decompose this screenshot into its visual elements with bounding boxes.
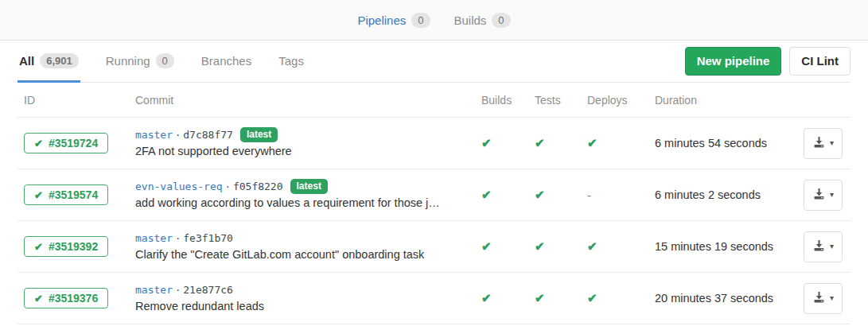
download-icon xyxy=(812,188,826,203)
duration-value: 6 minutes 54 seconds xyxy=(655,137,767,149)
tests-status[interactable]: ✔ xyxy=(535,136,545,149)
header-id: ID xyxy=(18,83,135,117)
pipelines-table-body: ✔ #3519724 master · d7c88f77 latest 2FA … xyxy=(18,118,850,324)
pipeline-row: ✔ #3519724 master · d7c88f77 latest 2FA … xyxy=(18,118,850,169)
download-icon xyxy=(812,136,826,151)
pipelines-page: All 6,901 Running 0 Branches Tags New pi… xyxy=(0,41,868,324)
deploys-status[interactable]: ✔ xyxy=(587,136,597,149)
branch-link[interactable]: master xyxy=(135,230,173,246)
pipeline-id: #3519376 xyxy=(49,292,98,305)
tab-running-label: Running xyxy=(106,54,150,68)
commit-separator: · xyxy=(226,178,230,195)
tab-branches[interactable]: Branches xyxy=(200,41,253,83)
tab-all[interactable]: All 6,901 xyxy=(18,41,80,83)
pipeline-status-badge[interactable]: ✔ #3519724 xyxy=(24,133,108,153)
commit-sha-link[interactable]: fe3f1b70 xyxy=(183,230,233,246)
top-nav-pipelines-label: Pipelines xyxy=(357,14,406,27)
commit-separator: · xyxy=(176,126,180,143)
pipelines-table: ID Commit Builds Tests Deploys Duration … xyxy=(18,83,850,324)
new-pipeline-button[interactable]: New pipeline xyxy=(685,47,782,76)
header-deploys: Deploys xyxy=(579,83,647,117)
pipeline-row: ✔ #3519392 master · fe3f1b70 Clarify the… xyxy=(18,221,850,273)
header-tests: Tests xyxy=(527,83,579,117)
tab-all-count-badge: 6,901 xyxy=(40,53,79,68)
tab-all-label: All xyxy=(19,54,34,68)
header-commit: Commit xyxy=(135,83,473,117)
pipeline-row: ✔ #3519574 evn-values-req · f05f8220 lat… xyxy=(18,169,850,221)
download-icon xyxy=(812,239,826,254)
pipeline-actions: New pipeline CI Lint xyxy=(685,41,850,82)
caret-down-icon: ▾ xyxy=(830,243,834,250)
builds-status[interactable]: ✔ xyxy=(481,136,492,149)
top-nav-pipelines[interactable]: Pipelines 0 xyxy=(357,13,430,28)
latest-badge: latest xyxy=(240,127,278,142)
passed-check-icon: ✔ xyxy=(34,241,43,253)
builds-status[interactable]: ✔ xyxy=(481,188,492,201)
pipeline-row: ✔ #3519376 master · 21e877c6 Remove redu… xyxy=(18,273,850,324)
commit-separator: · xyxy=(176,230,180,246)
filter-tabs: All 6,901 Running 0 Branches Tags xyxy=(18,41,329,82)
commit-message-link[interactable]: Clarify the "Create GitLab.com account" … xyxy=(135,246,465,263)
tab-running-count-badge: 0 xyxy=(156,53,174,68)
builds-status[interactable]: ✔ xyxy=(481,291,492,305)
duration-value: 6 minutes 2 seconds xyxy=(655,188,761,201)
pipeline-status-badge[interactable]: ✔ #3519574 xyxy=(24,184,108,205)
artifacts-download-button[interactable]: ▾ xyxy=(804,283,843,314)
deploys-status[interactable]: ✔ xyxy=(587,291,597,305)
commit-sha-link[interactable]: 21e877c6 xyxy=(183,281,233,298)
artifacts-download-button[interactable]: ▾ xyxy=(804,231,843,262)
tests-status[interactable]: ✔ xyxy=(535,291,545,305)
builds-status[interactable]: ✔ xyxy=(481,239,492,253)
filter-tabs-row: All 6,901 Running 0 Branches Tags New pi… xyxy=(18,41,850,83)
passed-check-icon: ✔ xyxy=(34,293,43,305)
pipeline-status-badge[interactable]: ✔ #3519376 xyxy=(24,288,108,309)
commit-sha-link[interactable]: f05f8220 xyxy=(233,178,283,195)
ci-lint-button[interactable]: CI Lint xyxy=(789,47,850,76)
latest-badge: latest xyxy=(290,179,328,194)
header-duration: Duration xyxy=(647,83,794,117)
header-actions xyxy=(794,83,850,117)
pipeline-status-badge[interactable]: ✔ #3519392 xyxy=(24,236,108,257)
caret-down-icon: ▾ xyxy=(830,294,834,302)
download-icon xyxy=(812,291,826,306)
commit-message-link[interactable]: 2FA not supported everywhere xyxy=(135,143,465,160)
commit-sha-link[interactable]: d7c88f77 xyxy=(183,126,233,143)
caret-down-icon: ▾ xyxy=(830,139,834,147)
branch-link[interactable]: master xyxy=(135,126,173,143)
passed-check-icon: ✔ xyxy=(34,138,43,149)
pipeline-id: #3519574 xyxy=(49,188,98,201)
pipelines-table-header: ID Commit Builds Tests Deploys Duration xyxy=(18,83,850,118)
tests-status[interactable]: ✔ xyxy=(535,188,545,201)
pipeline-id: #3519392 xyxy=(49,240,98,253)
artifacts-download-button[interactable]: ▾ xyxy=(804,128,843,159)
passed-check-icon: ✔ xyxy=(34,189,43,201)
pipeline-id: #3519724 xyxy=(49,137,98,149)
commit-message-link[interactable]: add working according to values a requir… xyxy=(135,195,465,212)
tab-branches-label: Branches xyxy=(201,54,251,68)
duration-value: 20 minutes 37 seconds xyxy=(655,292,773,305)
top-nav-builds-label: Builds xyxy=(454,14,487,27)
top-nav: Pipelines 0 Builds 0 xyxy=(0,0,868,41)
tab-tags-label: Tags xyxy=(278,54,304,68)
branch-link[interactable]: master xyxy=(135,281,173,298)
top-nav-builds[interactable]: Builds 0 xyxy=(454,13,511,28)
branch-link[interactable]: evn-values-req xyxy=(135,178,223,195)
tests-status[interactable]: ✔ xyxy=(535,239,545,253)
duration-value: 15 minutes 19 seconds xyxy=(655,240,773,253)
artifacts-download-button[interactable]: ▾ xyxy=(804,180,843,211)
tab-running[interactable]: Running 0 xyxy=(104,41,176,83)
tab-tags[interactable]: Tags xyxy=(277,41,306,83)
deploys-status[interactable]: ✔ xyxy=(587,239,597,253)
builds-count-badge: 0 xyxy=(492,13,510,28)
caret-down-icon: ▾ xyxy=(830,191,834,199)
deploys-status[interactable]: - xyxy=(587,188,591,202)
pipelines-count-badge: 0 xyxy=(411,13,430,28)
header-builds: Builds xyxy=(473,83,527,117)
commit-separator: · xyxy=(176,281,180,298)
commit-message-link[interactable]: Remove redundant leads xyxy=(135,298,465,315)
